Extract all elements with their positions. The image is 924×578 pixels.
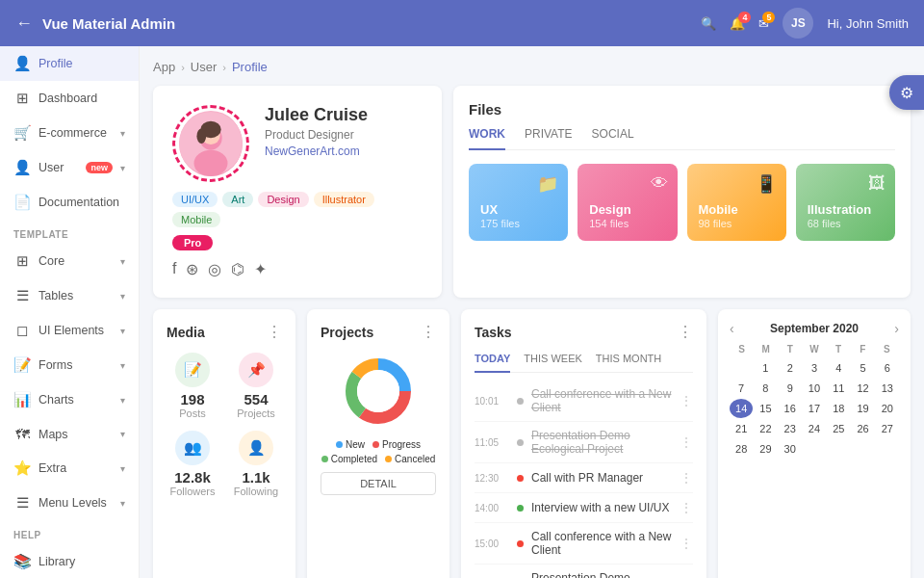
cal-day-11[interactable]: 11 — [827, 379, 850, 398]
tag-design[interactable]: Design — [258, 192, 308, 207]
sidebar-label-forms: Forms — [38, 358, 113, 372]
sidebar-item-core[interactable]: ⊞ Core ▾ — [0, 244, 139, 278]
cal-day-25[interactable]: 25 — [827, 419, 850, 438]
calendar-next[interactable]: › — [894, 321, 899, 336]
sidebar-item-documentation[interactable]: 📄 Documentation — [0, 185, 139, 220]
detail-button[interactable]: DETAIL — [321, 472, 436, 495]
cal-day-21[interactable]: 21 — [730, 419, 753, 438]
day-header-f: F — [851, 344, 875, 355]
calendar-prev[interactable]: ‹ — [730, 321, 734, 336]
sidebar-item-user[interactable]: 👤 User new ▾ — [0, 150, 139, 185]
folder-illustration[interactable]: 🖼 Illustration 68 files — [796, 164, 895, 241]
cal-day-6[interactable]: 6 — [876, 358, 899, 378]
github-icon[interactable]: ⌬ — [231, 260, 244, 278]
sidebar-item-profile[interactable]: 👤 Profile — [0, 46, 139, 81]
sidebar-item-maps[interactable]: 🗺 Maps ▾ — [0, 417, 139, 451]
cal-day-2[interactable]: 2 — [779, 358, 802, 378]
sidebar-item-dashboard[interactable]: ⊞ Dashboard — [0, 81, 139, 116]
cal-day-13[interactable]: 13 — [876, 379, 899, 398]
files-card: Files WORK PRIVATE SOCIAL 📁 UX 175 files… — [453, 86, 911, 298]
task-item: 14:00 Interview with a new UI/UX ⋮ — [475, 493, 693, 523]
task-kebab[interactable]: ⋮ — [680, 500, 693, 515]
cal-day-22[interactable]: 22 — [754, 419, 777, 438]
tasks-menu-button[interactable]: ⋮ — [678, 323, 693, 341]
cal-day-15[interactable]: 15 — [754, 399, 777, 418]
task-kebab[interactable]: ⋮ — [680, 393, 693, 408]
tag-uiux[interactable]: UI/UX — [172, 192, 218, 207]
cal-day-7[interactable]: 7 — [730, 379, 753, 398]
cal-day-26[interactable]: 26 — [851, 419, 874, 438]
projects-menu-button[interactable]: ⋮ — [421, 323, 436, 341]
back-button[interactable]: ← — [15, 13, 33, 34]
folder-design[interactable]: 👁 Design 154 files — [578, 164, 677, 241]
ui-elements-arrow: ▾ — [120, 326, 125, 336]
cal-day-18[interactable]: 18 — [827, 399, 850, 418]
row1: Julee Cruise Product Designer NewGenerAr… — [153, 86, 911, 298]
cal-day-8[interactable]: 8 — [754, 379, 777, 398]
cal-day-10[interactable]: 10 — [803, 379, 826, 398]
cal-day-4[interactable]: 4 — [827, 358, 850, 378]
dribbble-icon[interactable]: ⊛ — [186, 260, 198, 278]
sidebar-item-forms[interactable]: 📝 Forms ▾ — [0, 348, 139, 382]
breadcrumb-app[interactable]: App — [153, 60, 175, 74]
cal-day-16[interactable]: 16 — [779, 399, 802, 418]
cal-day-12[interactable]: 12 — [851, 379, 874, 398]
cal-day-19[interactable]: 19 — [851, 399, 874, 418]
profile-website[interactable]: NewGenerArt.com — [265, 144, 368, 158]
tag-art[interactable]: Art — [222, 192, 253, 207]
cal-day-30[interactable]: 30 — [779, 439, 802, 459]
cal-day-9[interactable]: 9 — [779, 379, 802, 398]
task-text: Call with PR Manager — [531, 471, 672, 485]
menu-levels-arrow: ▾ — [120, 498, 125, 509]
cal-day-23[interactable]: 23 — [779, 419, 802, 438]
instagram-icon[interactable]: ◎ — [208, 260, 221, 278]
task-kebab[interactable]: ⋮ — [680, 470, 693, 486]
sidebar-item-extra[interactable]: ⭐ Extra ▾ — [0, 451, 139, 486]
tables-arrow: ▾ — [120, 291, 125, 302]
legend-canceled: Canceled — [385, 454, 435, 464]
cal-day-28[interactable]: 28 — [730, 439, 753, 459]
task-text: Interview with a new UI/UX — [531, 501, 672, 514]
task-kebab[interactable]: ⋮ — [680, 536, 693, 551]
tag-mobile[interactable]: Mobile — [172, 212, 220, 227]
cal-day-29[interactable]: 29 — [754, 439, 777, 459]
sidebar-item-charts[interactable]: 📊 Charts ▾ — [0, 382, 139, 417]
sidebar-item-ecommerce[interactable]: 🛒 E-commerce ▾ — [0, 116, 139, 150]
tab-private[interactable]: PRIVATE — [525, 127, 573, 150]
media-menu-button[interactable]: ⋮ — [267, 323, 282, 341]
cal-day-17[interactable]: 17 — [803, 399, 826, 418]
cal-day-5[interactable]: 5 — [851, 358, 874, 378]
task-kebab[interactable]: ⋮ — [680, 434, 693, 450]
gear-fab-button[interactable]: ⚙ — [889, 75, 924, 110]
projects-card: Projects ⋮ — [307, 309, 449, 578]
search-icon-button[interactable]: 🔍 — [701, 16, 716, 31]
folder-mobile[interactable]: 📱 Mobile 98 files — [687, 164, 786, 241]
cal-day-1[interactable]: 1 — [754, 358, 777, 378]
breadcrumb-user[interactable]: User — [191, 60, 217, 74]
notifications-button[interactable]: 🔔 4 — [730, 16, 745, 31]
tab-today[interactable]: TODAY — [475, 353, 510, 373]
sidebar-item-tables[interactable]: ☰ Tables ▾ — [0, 278, 139, 313]
sidebar-item-library[interactable]: 📚 Library — [0, 544, 139, 578]
stat-projects: 📌 554 Projects — [230, 353, 282, 419]
folder-ux[interactable]: 📁 UX 175 files — [469, 164, 568, 241]
tag-illustrator[interactable]: Illustrator — [314, 192, 374, 207]
twitter-icon[interactable]: ✦ — [254, 260, 267, 278]
avatar[interactable]: JS — [783, 8, 813, 39]
sidebar-item-ui-elements[interactable]: ◻ UI Elements ▾ — [0, 313, 139, 348]
tab-social[interactable]: SOCIAL — [592, 127, 634, 150]
facebook-icon[interactable]: f — [172, 260, 176, 278]
sidebar-item-menu-levels[interactable]: ☰ Menu Levels ▾ — [0, 486, 139, 520]
tab-this-week[interactable]: THIS WEEK — [524, 353, 582, 373]
cal-day-24[interactable]: 24 — [803, 419, 826, 438]
cal-day-14[interactable]: 14 — [730, 399, 753, 418]
task-time: 14:00 — [475, 503, 509, 513]
cal-day-20[interactable]: 20 — [876, 399, 899, 418]
cal-day-3[interactable]: 3 — [803, 358, 826, 378]
task-item: 11:05 Presentation Demo Ecological Proje… — [475, 422, 693, 463]
cal-day-27[interactable]: 27 — [876, 419, 899, 438]
tab-this-month[interactable]: THIS MONTH — [596, 353, 661, 373]
tab-work[interactable]: WORK — [469, 127, 505, 150]
mail-button[interactable]: ✉ 5 — [758, 16, 769, 31]
donut-chart — [340, 353, 417, 430]
